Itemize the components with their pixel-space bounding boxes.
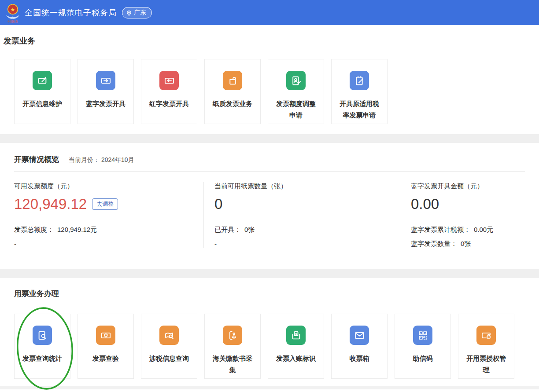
invoicing-overview-section: 开票情况概览 当前月份： 2024年10月 可用发票额度（元） 120,949.…	[0, 143, 539, 269]
svg-text:★: ★	[11, 6, 15, 12]
blue-invoice-tax-label: 蓝字发票累计税额：	[411, 226, 470, 233]
bottom-separator	[0, 386, 539, 389]
card-assist-code[interactable]: 助信码	[395, 314, 451, 379]
total-quota-label: 发票总额度：	[14, 226, 54, 233]
ticket-shield-icon	[96, 326, 115, 345]
map-search-icon	[159, 326, 179, 345]
overview-heading: 开票情况概览	[14, 154, 59, 165]
stat-title: 当前可用纸票数量（张）	[214, 182, 400, 191]
placeholder-dash: -	[14, 240, 203, 248]
card-label: 开票信息维护	[16, 98, 69, 110]
card-label: 助信码	[406, 353, 439, 364]
section-separator	[0, 134, 539, 143]
blue-invoice-tax-row: 蓝字发票累计税额：0.00元	[411, 226, 539, 234]
total-quota-row: 发票总额度：120,949.12元	[14, 226, 203, 234]
invoice-services-section: 发票业务 开票信息维护 蓝字发票开具 红字发	[0, 25, 539, 134]
svg-text:中国税务: 中国税务	[7, 20, 18, 23]
issued-label: 已开具：	[214, 226, 241, 233]
issued-value: 0张	[244, 226, 255, 233]
ticket-edit-icon	[33, 71, 52, 90]
placeholder-dash: -	[214, 240, 400, 248]
paper-invoice-bag-icon	[223, 71, 242, 90]
ticket-services-cards: 发票查询统计 发票查验 涉税信息查询	[14, 314, 539, 379]
total-quota-value: 120,949.12元	[57, 226, 97, 233]
card-label: 开具原适用税率发票申请	[332, 98, 387, 121]
invoice-services-cards: 开票信息维护 蓝字发票开具 红字发票开具	[14, 59, 539, 124]
card-customs-payment-collection[interactable]: 海关缴款书采集	[204, 314, 261, 379]
current-month: 当前月份： 2024年10月	[69, 156, 134, 164]
blue-invoice-count-value: 0张	[461, 240, 471, 247]
ticket-arrow-right-icon	[96, 71, 115, 90]
card-label: 纸质发票业务	[206, 98, 259, 110]
card-label: 红字发票开具	[143, 98, 196, 110]
ticket-lock-icon	[476, 326, 496, 345]
card-blue-invoice-issue[interactable]: 蓝字发票开具	[78, 59, 134, 124]
top-bar: ★ 中国税务 全国统一规范电子税务局 广东	[0, 0, 539, 25]
card-invoice-verification[interactable]: 发票查验	[78, 314, 134, 379]
card-invoice-entry-flag[interactable]: 发票入账标识	[268, 314, 324, 379]
app-title: 全国统一规范电子税务局	[25, 7, 117, 18]
issued-row: 已开具：0张	[214, 226, 400, 234]
card-invoice-authorization-management[interactable]: 开用票授权管理	[458, 314, 514, 379]
current-month-value: 2024年10月	[101, 156, 134, 163]
document-anchor-icon	[223, 326, 242, 345]
tax-bureau-logo: ★ 中国税务	[4, 3, 21, 23]
card-label: 发票额度调整申请	[268, 98, 324, 121]
card-label: 涉税信息查询	[143, 353, 196, 364]
section-separator	[0, 269, 539, 278]
overview-divider	[14, 171, 525, 172]
card-invoice-inbox[interactable]: 收票箱	[331, 314, 388, 379]
card-label: 发票入账标识	[270, 353, 322, 364]
stat-title: 蓝字发票开具金额（元）	[411, 182, 539, 191]
blue-invoice-amount-value: 0.00	[411, 196, 439, 212]
blue-invoice-count-row: 蓝字发票数量：0张	[411, 240, 539, 248]
card-tax-info-query[interactable]: 涉税信息查询	[141, 314, 197, 379]
clipboard-edit-icon	[350, 71, 369, 90]
card-label: 蓝字发票开具	[79, 98, 132, 110]
current-month-label: 当前月份：	[69, 156, 100, 163]
card-label: 海关缴款书采集	[205, 353, 260, 376]
paper-ticket-count-value: 0	[214, 196, 222, 212]
stat-blue-invoice-amount: 蓝字发票开具金额（元） 0.00 蓝字发票累计税额：0.00元 蓝字发票数量：0…	[400, 182, 539, 248]
card-original-tax-rate-invoice[interactable]: 开具原适用税率发票申请	[331, 59, 388, 124]
ticket-services-section: 用票业务办理 发票查询统计 发票查验	[0, 278, 539, 389]
card-label: 收票箱	[343, 353, 376, 364]
hand-drawn-circle-annotation	[9, 304, 81, 392]
card-invoice-quota-adjust[interactable]: 发票额度调整申请	[268, 59, 324, 124]
stat-title: 可用发票额度（元）	[14, 182, 203, 191]
card-paper-invoice-services[interactable]: 纸质发票业务	[204, 59, 261, 124]
stat-available-quota: 可用发票额度（元） 120,949.12 去调整 发票总额度：120,949.1…	[0, 182, 203, 248]
region-label: 广东	[134, 9, 146, 17]
card-label: 开用票授权管理	[458, 353, 514, 376]
card-red-invoice-issue[interactable]: 红字发票开具	[141, 59, 197, 124]
card-label: 发票查询统计	[16, 353, 69, 364]
card-invoice-info-maintenance[interactable]: 开票信息维护	[14, 59, 70, 124]
card-label: 发票查验	[86, 353, 126, 364]
invoice-services-heading: 发票业务	[0, 25, 539, 46]
region-selector[interactable]: 广东	[122, 7, 152, 18]
location-pin-icon	[126, 9, 133, 16]
blue-invoice-count-label: 蓝字发票数量：	[411, 240, 457, 247]
card-invoice-query-statistics[interactable]: 发票查询统计	[14, 314, 70, 379]
stat-paper-ticket-count: 当前可用纸票数量（张） 0 已开具：0张 -	[203, 182, 400, 248]
qr-code-icon	[413, 326, 432, 345]
envelope-icon	[350, 326, 369, 345]
adjust-quota-button[interactable]: 去调整	[92, 198, 118, 210]
ticket-arrow-left-icon	[159, 71, 179, 90]
box-ticket-icon	[286, 326, 306, 345]
document-person-edit-icon	[286, 71, 306, 90]
blue-invoice-tax-value: 0.00元	[474, 226, 493, 233]
ticket-services-heading: 用票业务办理	[0, 278, 539, 299]
available-quota-value: 120,949.12	[14, 196, 87, 212]
document-search-icon	[33, 326, 52, 345]
